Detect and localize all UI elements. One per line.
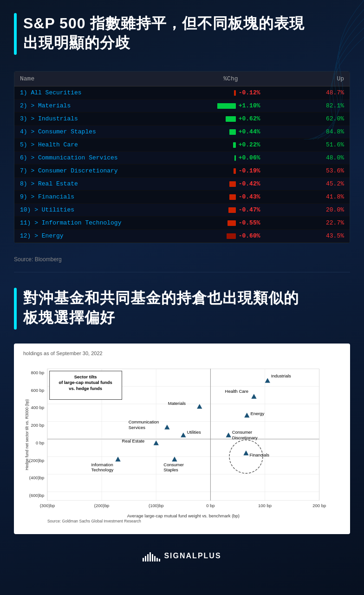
label-realestate: Real Estate — [122, 438, 145, 443]
svg-text:Services: Services — [129, 425, 145, 430]
cell-up: 45.2% — [266, 178, 350, 191]
cell-up: 84.8% — [266, 126, 350, 139]
chart-header: holdings as of September 30, 2022 — [23, 350, 341, 356]
section2-title-block: 對沖基金和共同基金的持倉也出現類似的 板塊選擇偏好 — [0, 275, 364, 337]
chart-svg: 800 bp 600 bp 400 bp 200 bp 0 bp (200)bp… — [23, 360, 341, 527]
cell-name: 7) > Consumer Discretionary — [14, 165, 182, 178]
col-header-up: Up — [266, 72, 350, 86]
svg-text:0 bp: 0 bp — [206, 503, 214, 508]
svg-text:200 bp: 200 bp — [31, 423, 44, 428]
svg-text:(100)bp: (100)bp — [149, 503, 164, 508]
label-consdiscretionary: Consumer — [232, 430, 253, 435]
cell-name: 4) > Consumer Staples — [14, 126, 182, 139]
title2-line-1: 對沖基金和共同基金的持倉也出現類似的 — [23, 289, 345, 308]
table-row: 1) All Securities-0.12%48.7% — [14, 86, 350, 99]
section1-title-block: S&P 500 指數雖持平，但不同板塊的表現 出現明顯的分歧 — [0, 0, 364, 62]
table-row: 2) > Materials+1.10%82.1% — [14, 99, 350, 112]
cell-up: 20.0% — [266, 204, 350, 217]
cell-name: 5) > Health Care — [14, 139, 182, 152]
cell-chg: +0.62% — [182, 112, 266, 126]
svg-text:Sector tilts: Sector tilts — [74, 375, 97, 380]
cell-name: 1) All Securities — [14, 86, 182, 99]
cell-name: 3) > Industrials — [14, 112, 182, 126]
cell-up: 48.0% — [266, 152, 350, 165]
title-line-1: S&P 500 指數雖持平，但不同板塊的表現 — [23, 14, 345, 33]
cell-up: 41.8% — [266, 191, 350, 204]
table-row: 12) > Energy-0.60%43.5% — [14, 230, 350, 243]
chart-source: Source: Goldman Sachs Global Investment … — [47, 519, 141, 523]
svg-text:200 bp: 200 bp — [312, 503, 326, 508]
cell-up: 62.0% — [266, 112, 350, 126]
brand-name: SIGNALPLUS — [164, 552, 221, 560]
cell-up: 48.7% — [266, 86, 350, 99]
svg-text:0 bp: 0 bp — [36, 440, 44, 445]
cell-name: 10) > Utilities — [14, 204, 182, 217]
cell-chg: +0.44% — [182, 126, 266, 139]
label-infotech: Information — [91, 463, 113, 468]
svg-text:(600)bp: (600)bp — [29, 493, 45, 498]
cell-name: 2) > Materials — [14, 99, 182, 112]
cell-chg: -0.12% — [182, 86, 266, 99]
label-industrials: Industrials — [271, 374, 291, 379]
cyan-accent-bar-2 — [14, 288, 17, 330]
cell-chg: -0.42% — [182, 178, 266, 191]
signalplus-logo: SIGNALPLUS — [143, 550, 221, 562]
cell-chg: -0.47% — [182, 204, 266, 217]
cell-name: 11) > Information Technology — [14, 217, 182, 230]
cell-up: 43.5% — [266, 230, 350, 243]
table-header-row: Name %Chg Up — [14, 72, 350, 86]
cell-name: 9) > Financials — [14, 191, 182, 204]
footer: SIGNALPLUS — [0, 541, 364, 571]
svg-text:Hedge fund net sector tilt vs.: Hedge fund net sector tilt vs. R3000 (bp… — [25, 399, 29, 470]
section-divider — [14, 272, 350, 272]
cell-chg: -0.43% — [182, 191, 266, 204]
chart-area: 800 bp 600 bp 400 bp 200 bp 0 bp (200)bp… — [23, 360, 341, 527]
title-line-2: 出現明顯的分歧 — [23, 33, 345, 53]
cell-name: 6) > Communication Services — [14, 152, 182, 165]
label-utilities: Utilities — [187, 430, 201, 435]
cell-chg: +0.06% — [182, 152, 266, 165]
svg-text:Staples: Staples — [163, 468, 178, 473]
table-row: 10) > Utilities-0.47%20.0% — [14, 204, 350, 217]
table-row: 3) > Industrials+0.62%62.0% — [14, 112, 350, 126]
svg-text:Discretionary: Discretionary — [232, 435, 258, 440]
main-title-2: 對沖基金和共同基金的持倉也出現類似的 板塊選擇偏好 — [23, 289, 345, 327]
table-row: 8) > Real Estate-0.42%45.2% — [14, 178, 350, 191]
table-row: 11) > Information Technology-0.55%22.7% — [14, 217, 350, 230]
svg-text:(200)bp: (200)bp — [94, 503, 110, 508]
cell-up: 53.6% — [266, 165, 350, 178]
svg-text:400 bp: 400 bp — [31, 405, 44, 410]
market-table: Name %Chg Up 1) All Securities-0.12%48.7… — [14, 72, 350, 243]
table-row: 7) > Consumer Discretionary-0.19%53.6% — [14, 165, 350, 178]
col-header-name: Name — [14, 72, 182, 86]
svg-text:(400)bp: (400)bp — [29, 476, 45, 481]
svg-text:800 bp: 800 bp — [31, 370, 44, 375]
cell-chg: -0.55% — [182, 217, 266, 230]
cell-chg: -0.19% — [182, 165, 266, 178]
svg-text:Technology: Technology — [91, 468, 113, 473]
sector-chart-container: holdings as of September 30, 2022 800 bp… — [14, 344, 350, 534]
label-consstaples: Consumer — [163, 463, 184, 468]
cell-chg: +0.22% — [182, 139, 266, 152]
table-row: 9) > Financials-0.43%41.8% — [14, 191, 350, 204]
cell-up: 82.1% — [266, 99, 350, 112]
table-row: 4) > Consumer Staples+0.44%84.8% — [14, 126, 350, 139]
label-healthcare: Health Care — [225, 389, 248, 394]
label-energy: Energy — [250, 411, 264, 416]
table-row: 6) > Communication Services+0.06%48.0% — [14, 152, 350, 165]
label-commservices: Communication — [129, 420, 159, 425]
cell-name: 12) > Energy — [14, 230, 182, 243]
svg-text:(300)bp: (300)bp — [40, 503, 55, 508]
bloomberg-source: Source: Bloomberg — [0, 252, 364, 270]
svg-text:100 bp: 100 bp — [258, 503, 272, 508]
label-materials: Materials — [168, 401, 186, 406]
cell-chg: +1.10% — [182, 99, 266, 112]
table-row: 5) > Health Care+0.22%51.6% — [14, 139, 350, 152]
svg-text:(200)bp: (200)bp — [29, 458, 45, 463]
cell-name: 8) > Real Estate — [14, 178, 182, 191]
svg-text:600 bp: 600 bp — [31, 388, 44, 393]
svg-text:of large-cap mutual funds: of large-cap mutual funds — [58, 380, 112, 385]
cell-up: 22.7% — [266, 217, 350, 230]
col-header-chg: %Chg — [182, 72, 266, 86]
market-table-container: Name %Chg Up 1) All Securities-0.12%48.7… — [14, 71, 350, 243]
